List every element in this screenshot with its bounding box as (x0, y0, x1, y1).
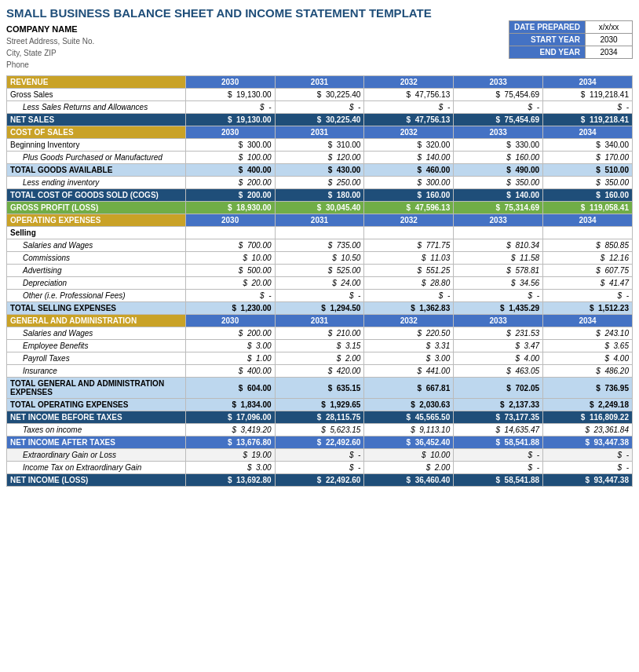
less-returns-2032: $ - (364, 101, 454, 114)
less-returns-label: Less Sales Returns and Allowances (7, 101, 186, 114)
selling-label: Selling (7, 227, 186, 239)
extraordinary-gain-label: Extraordinary Gain or Loss (7, 449, 186, 462)
start-year-value: 2030 (586, 34, 633, 46)
depreciation-label: Depreciation (7, 277, 186, 290)
benefits-label: Employee Benefits (7, 340, 186, 352)
gross-sales-label: Gross Sales (7, 89, 186, 101)
year-2034-revenue: 2034 (543, 76, 633, 89)
year-2030-revenue: 2030 (185, 76, 275, 89)
less-ending-row: Less ending inventory $ 200.00 $ 250.00 … (7, 177, 633, 189)
gross-sales-row: Gross Sales $ 19,130.00 $ 30,225.40 $ 47… (7, 89, 633, 101)
total-cogs-label: TOTAL COST OF GOODS SOLD (COGS) (7, 189, 186, 202)
gross-sales-2030: $ 19,130.00 (185, 89, 275, 101)
operating-expenses-header-row: OPERATING EXPENSES 2030 2031 2032 2033 2… (7, 214, 633, 227)
ga-salaries-row: Salaries and Wages $ 200.00 $ 210.00 $ 2… (7, 327, 633, 340)
commissions-row: Commissions $ 10.00 $ 10.50 $ 11.03 $ 11… (7, 252, 633, 265)
total-operating-row: TOTAL OPERATING EXPENSES $ 1,834.00 $ 1,… (7, 399, 633, 411)
other-row: Other (i.e. Professional Fees) $ - $ - $… (7, 290, 633, 302)
net-sales-2034: $ 119,218.41 (543, 114, 633, 126)
gross-sales-2032: $ 47,756.13 (364, 89, 454, 101)
less-returns-2034: $ - (543, 101, 633, 114)
net-income-before-row: NET INCOME BEFORE TAXES $ 17,096.00 $ 28… (7, 411, 633, 424)
net-sales-2032: $ 47,756.13 (364, 114, 454, 126)
end-year-label: END YEAR (509, 46, 585, 59)
net-sales-2030: $ 19,130.00 (185, 114, 275, 126)
year-2031-cos: 2031 (275, 126, 364, 139)
selling-salaries-label: Salaries and Wages (7, 239, 186, 252)
net-income-after-label: NET INCOME AFTER TAXES (7, 436, 186, 449)
year-2033-revenue: 2033 (454, 76, 543, 89)
extraordinary-gain-row: Extraordinary Gain or Loss $ 19.00 $ - $… (7, 449, 633, 462)
date-prepared-value: x/x/xx (586, 21, 633, 34)
taxes-on-income-label: Taxes on income (7, 424, 186, 436)
payroll-label: Payroll Taxes (7, 352, 186, 365)
less-ending-label: Less ending inventory (7, 177, 186, 189)
selling-salaries-row: Salaries and Wages $ 700.00 $ 735.00 $ 7… (7, 239, 633, 252)
end-year-value: 2034 (586, 46, 633, 59)
less-returns-2030: $ - (185, 101, 275, 114)
beginning-inventory-label: Beginning Inventory (7, 139, 186, 152)
total-selling-row: TOTAL SELLING EXPENSES $ 1,230.00 $ 1,29… (7, 302, 633, 315)
total-operating-label: TOTAL OPERATING EXPENSES (7, 399, 186, 411)
revenue-header-row: REVENUE 2030 2031 2032 2033 2034 (7, 76, 633, 89)
total-cogs-row: TOTAL COST OF GOODS SOLD (COGS) $ 200.00… (7, 189, 633, 202)
operating-expenses-label: OPERATING EXPENSES (7, 214, 186, 227)
gen-admin-label: GENERAL AND ADMINISTRATION (7, 315, 186, 327)
advertising-row: Advertising $ 500.00 $ 525.00 $ 551.25 $… (7, 265, 633, 277)
year-2033-cos: 2033 (454, 126, 543, 139)
total-ga-row: TOTAL GENERAL AND ADMINISTRATION EXPENSE… (7, 378, 633, 399)
gross-sales-2031: $ 30,225.40 (275, 89, 364, 101)
header-section: SMALL BUSINESS BALANCE SHEET AND INCOME … (6, 6, 633, 71)
benefits-row: Employee Benefits $ 3.00 $ 3.15 $ 3.31 $… (7, 340, 633, 352)
total-goods-row: TOTAL GOODS AVAILABLE $ 400.00 $ 430.00 … (7, 164, 633, 177)
cost-of-sales-header-row: COST OF SALES 2030 2031 2032 2033 2034 (7, 126, 633, 139)
income-tax-extraordinary-label: Income Tax on Extraordinary Gain (7, 462, 186, 474)
less-returns-2033: $ - (454, 101, 543, 114)
payroll-row: Payroll Taxes $ 1.00 $ 2.00 $ 3.00 $ 4.0… (7, 352, 633, 365)
total-ga-label: TOTAL GENERAL AND ADMINISTRATION EXPENSE… (7, 378, 186, 399)
main-title: SMALL BUSINESS BALANCE SHEET AND INCOME … (6, 6, 633, 20)
revenue-label: REVENUE (7, 76, 186, 89)
advertising-label: Advertising (7, 265, 186, 277)
start-year-label: START YEAR (509, 34, 585, 46)
other-label: Other (i.e. Professional Fees) (7, 290, 186, 302)
gross-sales-2033: $ 75,454.69 (454, 89, 543, 101)
net-sales-2033: $ 75,454.69 (454, 114, 543, 126)
commissions-label: Commissions (7, 252, 186, 265)
taxes-on-income-row: Taxes on income $ 3,419.20 $ 5,623.15 $ … (7, 424, 633, 436)
year-2034-cos: 2034 (543, 126, 633, 139)
net-sales-label: NET SALES (7, 114, 186, 126)
less-returns-2031: $ - (275, 101, 364, 114)
gross-profit-label: GROSS PROFIT (LOSS) (7, 202, 186, 214)
cost-of-sales-label: COST OF SALES (7, 126, 186, 139)
gen-admin-header-row: GENERAL AND ADMINISTRATION 2030 2031 203… (7, 315, 633, 327)
total-selling-label: TOTAL SELLING EXPENSES (7, 302, 186, 315)
net-income-before-label: NET INCOME BEFORE TAXES (7, 411, 186, 424)
year-2031-revenue: 2031 (275, 76, 364, 89)
insurance-label: Insurance (7, 365, 186, 378)
selling-label-row: Selling (7, 227, 633, 239)
beginning-inventory-row: Beginning Inventory $ 300.00 $ 310.00 $ … (7, 139, 633, 152)
net-sales-row: NET SALES $ 19,130.00 $ 30,225.40 $ 47,7… (7, 114, 633, 126)
net-income-loss-label: NET INCOME (LOSS) (7, 474, 186, 487)
insurance-row: Insurance $ 400.00 $ 420.00 $ 441.00 $ 4… (7, 365, 633, 378)
net-income-after-row: NET INCOME AFTER TAXES $ 13,676.80 $ 22,… (7, 436, 633, 449)
year-2032-revenue: 2032 (364, 76, 454, 89)
plus-goods-row: Plus Goods Purchased or Manufactured $ 1… (7, 152, 633, 164)
depreciation-row: Depreciation $ 20.00 $ 24.00 $ 28.80 $ 3… (7, 277, 633, 290)
year-2032-cos: 2032 (364, 126, 454, 139)
net-sales-2031: $ 30,225.40 (275, 114, 364, 126)
net-income-loss-row: NET INCOME (LOSS) $ 13,692.80 $ 22,492.6… (7, 474, 633, 487)
date-prepared-table: DATE PREPARED x/x/xx START YEAR 2030 END… (509, 20, 633, 59)
gross-profit-row: GROSS PROFIT (LOSS) $ 18,930.00 $ 30,045… (7, 202, 633, 214)
main-table: REVENUE 2030 2031 2032 2033 2034 Gross S… (6, 75, 633, 487)
income-tax-extraordinary-row: Income Tax on Extraordinary Gain $ 3.00 … (7, 462, 633, 474)
gross-sales-2034: $ 119,218.41 (543, 89, 633, 101)
date-prepared-label: DATE PREPARED (509, 21, 585, 34)
less-returns-row: Less Sales Returns and Allowances $ - $ … (7, 101, 633, 114)
ga-salaries-label: Salaries and Wages (7, 327, 186, 340)
plus-goods-label: Plus Goods Purchased or Manufactured (7, 152, 186, 164)
year-2030-cos: 2030 (185, 126, 275, 139)
total-goods-label: TOTAL GOODS AVAILABLE (7, 164, 186, 177)
